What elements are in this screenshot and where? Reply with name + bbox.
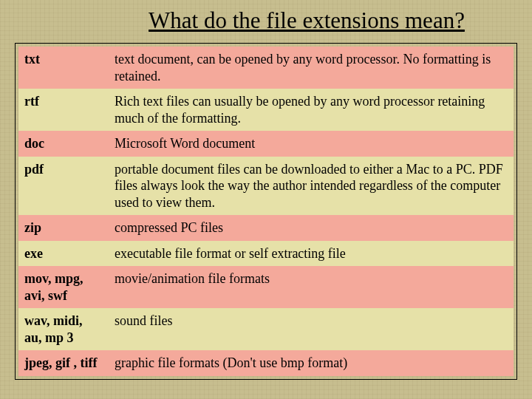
desc-cell: movie/animation file formats <box>109 266 514 308</box>
desc-cell: Rich text files can usually be opened by… <box>109 89 514 131</box>
desc-cell: graphic file formats (Don't use bmp form… <box>109 350 514 376</box>
table-row: wav, midi, au, mp 3 sound files <box>18 308 514 350</box>
table-row: doc Microsoft Word document <box>18 131 514 157</box>
ext-cell: doc <box>18 131 109 157</box>
table-row: rtf Rich text files can usually be opene… <box>18 89 514 131</box>
file-extensions-table: txt text document, can be opened by any … <box>18 47 514 376</box>
table-row: zip compressed PC files <box>18 215 514 241</box>
ext-cell: txt <box>18 47 109 89</box>
ext-cell: zip <box>18 215 109 241</box>
table-row: pdf portable document files can be downl… <box>18 157 514 216</box>
table-row: jpeg, gif , tiff graphic file formats (D… <box>18 350 514 376</box>
desc-cell: sound files <box>109 308 514 350</box>
desc-cell: compressed PC files <box>109 215 514 241</box>
ext-cell: exe <box>18 241 109 267</box>
ext-cell: mov, mpg, avi, swf <box>18 266 109 308</box>
page-title: What do the file extensions mean? <box>96 7 517 34</box>
desc-cell: text document, can be opened by any word… <box>109 47 514 89</box>
ext-cell: wav, midi, au, mp 3 <box>18 308 109 350</box>
table-row: txt text document, can be opened by any … <box>18 47 514 89</box>
table-container: txt text document, can be opened by any … <box>15 43 517 380</box>
ext-cell: pdf <box>18 157 109 216</box>
slide: What do the file extensions mean? txt te… <box>0 0 532 399</box>
table-row: exe executable file format or self extra… <box>18 241 514 267</box>
ext-cell: rtf <box>18 89 109 131</box>
table-row: mov, mpg, avi, swf movie/animation file … <box>18 266 514 308</box>
desc-cell: executable file format or self extractin… <box>109 241 514 267</box>
ext-cell: jpeg, gif , tiff <box>18 350 109 376</box>
desc-cell: portable document files can be downloade… <box>109 157 514 216</box>
desc-cell: Microsoft Word document <box>109 131 514 157</box>
